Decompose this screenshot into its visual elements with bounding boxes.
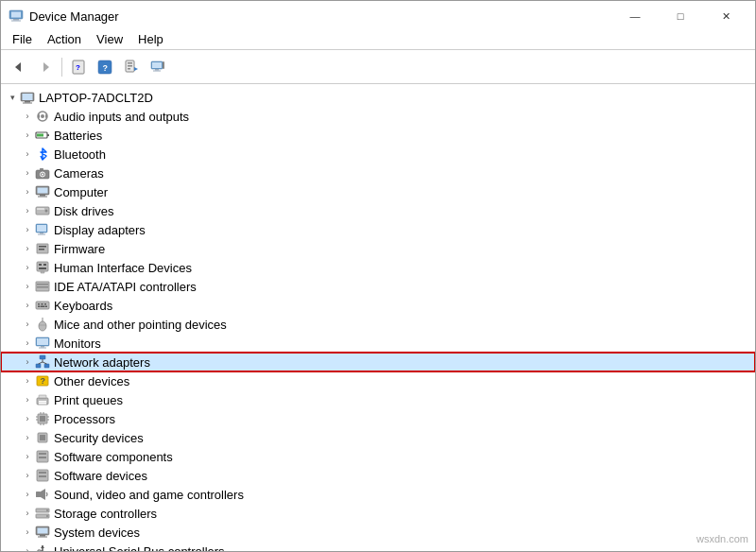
system-expand-icon: › [20, 525, 35, 540]
menu-help[interactable]: Help [130, 30, 171, 48]
tree-item-hid[interactable]: › Human Interface Devices [1, 258, 755, 277]
svg-rect-52 [39, 267, 46, 269]
tree-item-processors[interactable]: › Processors [1, 409, 755, 428]
svg-rect-57 [36, 302, 49, 309]
title-bar: Device Manager — □ ✕ [1, 1, 755, 29]
svg-rect-50 [39, 264, 42, 266]
system-icon [35, 525, 50, 540]
svg-rect-2 [13, 19, 19, 21]
tree-item-cameras[interactable]: › Cameras [1, 164, 755, 182]
processors-expand-icon: › [20, 411, 35, 426]
svg-rect-3 [11, 21, 21, 22]
tree-item-batteries[interactable]: › Batteries [1, 126, 755, 145]
close-button[interactable]: ✕ [704, 6, 747, 26]
tree-item-print[interactable]: › Print queues [1, 390, 755, 409]
tree-item-security[interactable]: › Security devices [1, 428, 755, 447]
disk-label: Disk drives [54, 204, 114, 218]
svg-rect-17 [155, 69, 159, 71]
svg-rect-27 [45, 114, 47, 118]
svg-rect-12 [128, 65, 132, 67]
usb-icon [35, 543, 50, 551]
menu-view[interactable]: View [89, 30, 130, 48]
svg-rect-18 [153, 70, 161, 71]
menu-action[interactable]: Action [40, 30, 89, 48]
svg-rect-79 [39, 395, 46, 398]
tree-item-usb[interactable]: › Universal Serial Bus controllers [1, 542, 755, 551]
tree-content[interactable]: ▾ LAPTOP-7ADCLT2D › [1, 84, 755, 551]
computer-expand-icon: › [20, 184, 35, 199]
display-expand-icon: › [20, 222, 35, 237]
svg-rect-47 [39, 246, 46, 248]
tree-item-firmware[interactable]: › Firmware [1, 239, 755, 258]
tree-item-software-devices[interactable]: › Software devices [1, 466, 755, 485]
menu-file[interactable]: File [5, 30, 40, 48]
svg-rect-11 [128, 62, 132, 64]
tree-item-audio[interactable]: › Audio inputs and outputs [1, 107, 755, 126]
svg-rect-22 [25, 101, 30, 103]
network-label: Network adapters [54, 355, 150, 370]
usb-expand-icon: › [20, 543, 35, 551]
window-title: Device Manager [29, 9, 119, 24]
tree-item-system[interactable]: › System devices [1, 523, 755, 542]
forward-button[interactable] [33, 55, 58, 79]
tree-root[interactable]: ▾ LAPTOP-7ADCLT2D [1, 88, 755, 107]
keyboards-label: Keyboards [54, 299, 112, 313]
security-expand-icon: › [20, 430, 35, 445]
svg-rect-96 [39, 457, 46, 458]
print-icon [35, 392, 50, 407]
disk-icon [35, 203, 50, 218]
tree-item-display[interactable]: › Display adapters [1, 220, 755, 239]
back-button[interactable] [7, 55, 31, 79]
svg-rect-55 [37, 284, 48, 285]
svg-line-75 [43, 362, 47, 364]
tree-item-other[interactable]: › ? Other devices [1, 371, 755, 390]
tree-item-keyboards[interactable]: › Keyboards [1, 296, 755, 315]
help-button[interactable]: ? [93, 55, 117, 79]
minimize-button[interactable]: — [613, 6, 657, 26]
firmware-expand-icon: › [20, 241, 35, 256]
tree-item-software-components[interactable]: › Software components [1, 447, 755, 466]
svg-rect-13 [128, 68, 130, 70]
keyboards-icon [35, 298, 50, 313]
display-icon [35, 222, 50, 237]
tree-item-bluetooth[interactable]: › Bluetooth [1, 145, 755, 164]
device-manager-window: Device Manager — □ ✕ File Action View He… [0, 0, 756, 552]
cameras-icon [35, 165, 50, 181]
svg-line-74 [39, 362, 43, 364]
other-icon: ? [35, 373, 50, 388]
svg-rect-69 [39, 348, 46, 349]
svg-rect-98 [39, 472, 46, 474]
properties-button[interactable]: ? [66, 55, 91, 79]
monitors-label: Monitors [54, 336, 101, 351]
svg-rect-37 [40, 195, 45, 197]
tree-item-mice[interactable]: › Mice and other pointing devices [1, 315, 755, 334]
svg-rect-53 [41, 271, 44, 273]
batteries-label: Batteries [54, 129, 102, 143]
sound-label: Sound, video and game controllers [54, 488, 244, 502]
monitor-button[interactable] [146, 55, 170, 79]
ide-label: IDE ATA/ATAPI controllers [54, 280, 197, 294]
maximize-button[interactable]: □ [659, 6, 702, 26]
bluetooth-label: Bluetooth [54, 147, 106, 162]
tree-item-computer[interactable]: › Computer [1, 182, 755, 201]
tree-item-sound[interactable]: › Sound, video and game controllers [1, 485, 755, 504]
tree-item-disk[interactable]: › Disk drives [1, 201, 755, 220]
svg-rect-111 [38, 550, 41, 551]
tree-item-storage[interactable]: › Storage controllers [1, 504, 755, 523]
svg-rect-80 [39, 401, 46, 403]
toolbar-separator-1 [61, 58, 62, 77]
display-label: Display adapters [54, 223, 146, 237]
menu-bar: File Action View Help [1, 29, 755, 50]
processors-icon [35, 411, 50, 426]
network-icon [35, 354, 50, 370]
scan-button[interactable] [119, 55, 144, 79]
tree-item-network[interactable]: › Network adapters [1, 353, 755, 371]
svg-marker-110 [41, 545, 44, 548]
tree-item-ide[interactable]: › IDE ATA/ATAPI controllers [1, 277, 755, 296]
cameras-expand-icon: › [20, 165, 35, 181]
svg-text:?: ? [41, 376, 46, 386]
svg-rect-67 [37, 338, 48, 345]
cameras-label: Cameras [54, 166, 104, 181]
security-icon [35, 430, 50, 445]
tree-item-monitors[interactable]: › Monitors [1, 334, 755, 353]
